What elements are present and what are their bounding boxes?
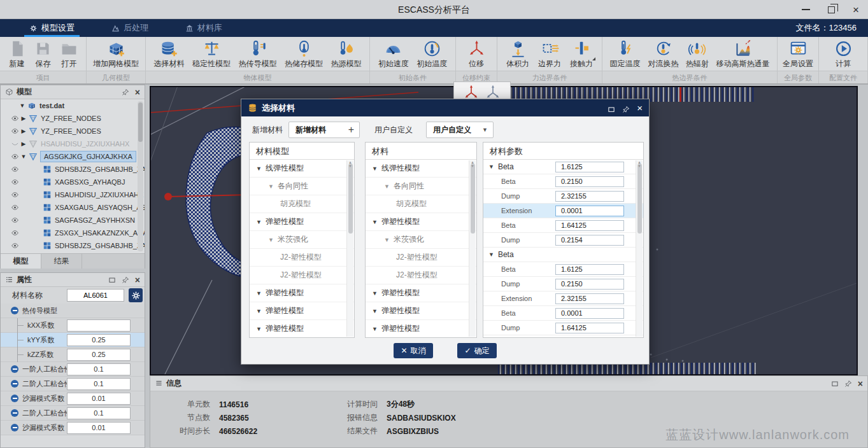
ribbon-button-displacement[interactable]: 位移 — [467, 38, 486, 69]
close-icon[interactable]: × — [135, 276, 140, 284]
pin-icon[interactable] — [844, 380, 852, 388]
material-model-item[interactable]: 胡克模型 — [250, 195, 354, 213]
custom-select[interactable]: 用户自定义 ▼ — [426, 122, 494, 138]
restore-icon[interactable] — [108, 276, 116, 284]
tree-item[interactable]: SDHSBJZS_GHSABJHB_ZAHU — [1, 239, 145, 252]
material-item[interactable]: ▼米茨强化 — [366, 231, 476, 249]
collapse-icon[interactable] — [11, 409, 18, 417]
material-item[interactable]: J2-塑性模型 — [366, 249, 476, 267]
ribbon-button-moving-gauss-flux[interactable]: 移动高斯热通量 — [716, 38, 769, 69]
property-value-input[interactable]: 0.1 — [67, 363, 131, 375]
close-icon[interactable]: × — [637, 104, 643, 112]
expander-icon[interactable]: ▼ — [18, 102, 26, 109]
ribbon-button-contact-force[interactable]: 接触力 — [570, 38, 593, 69]
param-value-input[interactable]: 0.2150 — [555, 176, 624, 187]
param-row[interactable]: ▼Beta1.6125 — [483, 160, 643, 174]
scrollbar[interactable] — [469, 160, 476, 337]
param-row[interactable]: ▼Beta — [483, 248, 643, 262]
material-item[interactable]: ▼弹塑性模型 — [366, 302, 476, 320]
ribbon-button-compute[interactable]: 计算 — [834, 38, 853, 69]
dialog-title-bar[interactable]: 选择材料 × — [241, 99, 649, 116]
scrollbar[interactable] — [636, 160, 643, 337]
ribbon-button-boundary-force[interactable]: 边界力 — [538, 38, 561, 69]
param-value-input[interactable]: 0.2154 — [555, 235, 624, 246]
material-item[interactable]: ▼弹塑性模型 — [366, 320, 476, 338]
tree-scrollbar[interactable] — [138, 101, 143, 251]
param-row[interactable]: Dump1.64125 — [483, 321, 643, 335]
tree-item[interactable]: SAGFASGZ_ASYHHXSN — [1, 214, 145, 227]
tab-post-process[interactable]: 后处理 — [104, 19, 156, 37]
expander-icon[interactable]: ▶ — [20, 141, 27, 147]
expander-icon[interactable]: ▼ — [20, 153, 27, 160]
ribbon-button-thermal-conduction-model[interactable]: 热传导模型 — [239, 38, 277, 69]
param-value-input[interactable]: 0.0001 — [555, 206, 624, 216]
material-item[interactable]: 胡克模型 — [366, 195, 476, 213]
material-settings-button[interactable] — [129, 288, 143, 302]
param-value-input[interactable]: 0.2150 — [555, 279, 624, 290]
close-icon[interactable]: × — [853, 4, 859, 15]
tree-item[interactable]: ▶YZ_FREE_NODES — [1, 112, 145, 125]
property-value-input[interactable]: 0.1 — [67, 378, 131, 390]
property-value-input[interactable]: 0.01 — [67, 422, 131, 434]
collapse-icon[interactable] — [11, 380, 18, 388]
param-row[interactable]: Beta0.2150 — [483, 174, 643, 189]
material-model-item[interactable]: J2-塑性模型 — [250, 267, 354, 284]
ribbon-button-thermal-storage-model[interactable]: 热储存模型 — [285, 38, 323, 69]
material-model-item[interactable]: ▼弹塑性模型 — [250, 284, 354, 302]
material-item[interactable]: ▼弹塑性模型 — [366, 213, 476, 231]
cancel-button[interactable]: ✕ 取消 — [394, 343, 433, 358]
param-row[interactable]: Beta1.64125 — [483, 218, 643, 233]
ribbon-button-radiation[interactable]: 热辐射 — [686, 38, 709, 69]
param-value-input[interactable]: 1.6125 — [555, 162, 624, 172]
ribbon-button-global-settings[interactable]: 全局设置 — [783, 38, 813, 69]
material-model-item[interactable]: ▼米茨强化 — [250, 231, 354, 249]
tree-item[interactable]: HSAUHDISU_JZXIUXHAHX — [1, 188, 145, 201]
restore-icon[interactable] — [828, 6, 835, 13]
property-value-input[interactable]: 0.1 — [67, 407, 131, 419]
param-value-input[interactable]: 0.0001 — [555, 308, 624, 319]
ribbon-button-initial-temperature[interactable]: 初始温度 — [416, 38, 447, 69]
collapse-icon[interactable] — [11, 307, 18, 314]
tree-item[interactable]: ▼AGSGKJKG_GJHXAJKHXA — [1, 150, 145, 163]
property-row[interactable]: kYY系数0.25 — [1, 333, 145, 347]
add-material-icon[interactable]: + — [348, 124, 354, 136]
material-item[interactable]: ▼线弹性模型 — [366, 160, 476, 178]
ribbon-button-fixed-temperature[interactable]: 固定温度 — [610, 38, 641, 69]
ribbon-button-body-force[interactable]: 体积力 — [506, 38, 529, 69]
property-row[interactable]: 沙漏模式系数0.01 — [1, 421, 145, 435]
pin-icon[interactable] — [122, 88, 129, 96]
material-model-item[interactable]: ▼弹塑性模型 — [250, 302, 354, 320]
ribbon-button-open[interactable]: 打开 — [60, 38, 78, 69]
param-row[interactable]: Extension2.32155 — [483, 291, 643, 306]
tree-item[interactable]: ▶YZ_FREE_NODES — [1, 125, 145, 137]
material-model-item[interactable]: ▼弹塑性模型 — [250, 320, 354, 338]
property-row[interactable]: 二阶人工粘合性0.1 — [1, 406, 145, 421]
tree-item[interactable]: XAGBSXG_AYHAQBJ — [1, 176, 145, 188]
tree-item[interactable]: XSAXGAUS_AISYAQSH_ASHX — [1, 201, 145, 214]
red-node-marker[interactable] — [164, 193, 172, 200]
close-icon[interactable]: × — [135, 88, 140, 96]
collapse-icon[interactable] — [11, 395, 18, 402]
pin-icon[interactable] — [622, 104, 630, 112]
tree-item[interactable]: ZSXGX_HSAKAZNZXK_AHASX — [1, 227, 145, 239]
material-model-item[interactable]: ▼各向同性 — [250, 178, 354, 195]
material-item[interactable]: ▼各向同性 — [366, 178, 476, 195]
tree-item[interactable]: ▼test.dat — [1, 99, 145, 112]
ribbon-button-heat-source-model[interactable]: 热源模型 — [331, 38, 362, 69]
ribbon-button-new[interactable]: 新建 — [8, 38, 26, 69]
ok-button[interactable]: ✓ 确定 — [457, 343, 497, 358]
tab-model-settings[interactable]: 模型设置 — [22, 19, 82, 37]
close-icon[interactable]: × — [858, 380, 863, 388]
param-value-input[interactable]: 2.32155 — [555, 191, 624, 202]
param-value-input[interactable]: 1.64125 — [555, 220, 624, 231]
ribbon-button-select-material[interactable]: 选择材料 — [154, 38, 185, 69]
minimize-icon[interactable] — [802, 9, 810, 10]
param-row[interactable]: Beta0.0001 — [483, 306, 643, 321]
panel-tab-active[interactable]: 模型 — [1, 254, 41, 269]
param-row[interactable]: Dump0.2154 — [483, 233, 643, 248]
property-row[interactable]: kXX系数 — [1, 318, 145, 333]
param-value-input[interactable]: 1.64125 — [555, 323, 624, 333]
expander-icon[interactable]: ▶ — [20, 115, 27, 122]
new-material-input[interactable] — [289, 125, 344, 134]
scrollbar[interactable] — [346, 160, 353, 337]
